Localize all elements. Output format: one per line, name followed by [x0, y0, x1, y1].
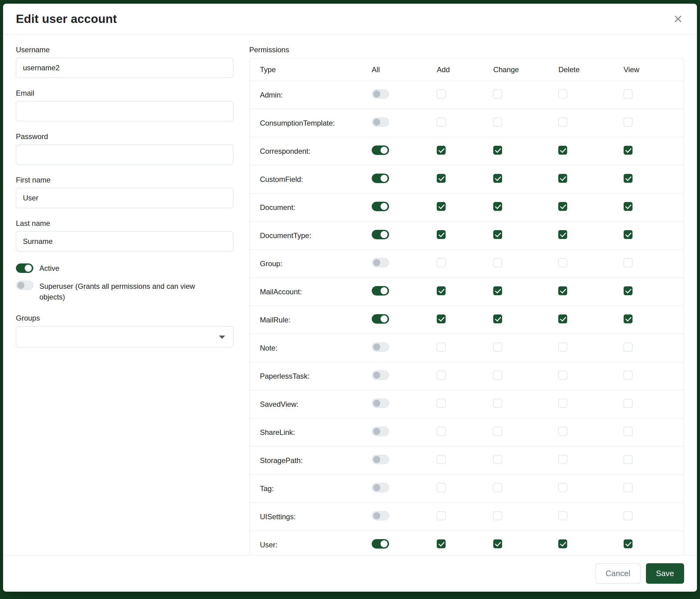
- permission-view-checkbox[interactable]: [624, 118, 632, 126]
- permission-row: Admin:: [250, 81, 684, 109]
- permission-row: SavedView:: [250, 390, 684, 418]
- save-button[interactable]: Save: [646, 563, 684, 584]
- permission-add-checkbox[interactable]: [437, 371, 446, 380]
- permission-all-toggle[interactable]: [372, 399, 389, 408]
- permission-delete-checkbox[interactable]: [558, 455, 567, 464]
- username-input[interactable]: [16, 58, 233, 78]
- permission-view-checkbox[interactable]: [624, 540, 632, 548]
- permission-all-toggle[interactable]: [372, 286, 389, 295]
- permission-view-checkbox[interactable]: [624, 146, 632, 154]
- permission-delete-checkbox[interactable]: [558, 118, 567, 126]
- permission-change-checkbox[interactable]: [493, 399, 502, 408]
- permission-delete-checkbox[interactable]: [558, 174, 567, 183]
- permission-all-toggle[interactable]: [372, 511, 389, 521]
- permission-view-checkbox[interactable]: [624, 511, 632, 520]
- permission-view-checkbox[interactable]: [624, 399, 632, 408]
- permission-all-toggle[interactable]: [372, 342, 389, 352]
- permission-change-checkbox[interactable]: [493, 258, 502, 267]
- password-field[interactable]: [16, 145, 233, 165]
- permission-delete-checkbox[interactable]: [558, 399, 567, 408]
- permission-view-checkbox[interactable]: [624, 230, 632, 239]
- permission-delete-checkbox[interactable]: [558, 230, 567, 239]
- permission-all-toggle[interactable]: [372, 483, 389, 492]
- permission-all-toggle[interactable]: [372, 117, 389, 127]
- permission-add-checkbox[interactable]: [437, 511, 446, 520]
- permission-all-toggle[interactable]: [372, 314, 389, 324]
- permission-all-toggle[interactable]: [372, 145, 389, 155]
- permission-all-toggle[interactable]: [372, 370, 389, 380]
- active-toggle[interactable]: [16, 263, 33, 273]
- permission-view-checkbox[interactable]: [624, 455, 632, 464]
- permission-change-checkbox[interactable]: [493, 427, 502, 436]
- permission-all-toggle[interactable]: [372, 427, 389, 436]
- permission-change-checkbox[interactable]: [493, 511, 502, 520]
- permission-all-toggle[interactable]: [372, 539, 389, 549]
- permission-change-checkbox[interactable]: [493, 90, 502, 98]
- permission-view-checkbox[interactable]: [624, 483, 632, 492]
- permission-add-checkbox[interactable]: [437, 314, 446, 324]
- permission-add-checkbox[interactable]: [437, 230, 446, 239]
- permission-delete-checkbox[interactable]: [558, 286, 567, 295]
- permission-delete-checkbox[interactable]: [558, 90, 567, 98]
- permission-change-checkbox[interactable]: [493, 371, 502, 380]
- permission-delete-checkbox[interactable]: [558, 258, 567, 267]
- permission-all-toggle[interactable]: [372, 202, 389, 211]
- permission-change-checkbox[interactable]: [493, 483, 502, 492]
- permission-view-checkbox[interactable]: [624, 174, 632, 183]
- permission-delete-checkbox[interactable]: [558, 483, 567, 492]
- permission-change-checkbox[interactable]: [493, 314, 502, 324]
- first-name-field[interactable]: [16, 188, 233, 208]
- cancel-button[interactable]: Cancel: [596, 563, 641, 584]
- permission-add-checkbox[interactable]: [437, 118, 446, 126]
- permission-view-checkbox[interactable]: [624, 427, 632, 436]
- permission-add-checkbox[interactable]: [437, 427, 446, 436]
- permission-change-checkbox[interactable]: [493, 146, 502, 154]
- permission-add-checkbox[interactable]: [437, 90, 446, 98]
- email-field[interactable]: [16, 101, 233, 121]
- permission-delete-checkbox[interactable]: [558, 314, 567, 324]
- permission-add-checkbox[interactable]: [437, 342, 446, 352]
- permission-all-toggle[interactable]: [372, 258, 389, 267]
- permission-add-checkbox[interactable]: [437, 146, 446, 154]
- permission-view-checkbox[interactable]: [624, 202, 632, 211]
- permission-add-checkbox[interactable]: [437, 258, 446, 267]
- last-name-field[interactable]: [16, 231, 233, 251]
- permission-view-checkbox[interactable]: [624, 314, 632, 324]
- permission-view-checkbox[interactable]: [624, 342, 632, 352]
- permission-view-checkbox[interactable]: [624, 258, 632, 267]
- permission-all-toggle[interactable]: [372, 89, 389, 99]
- permission-add-checkbox[interactable]: [437, 202, 446, 211]
- permission-change-checkbox[interactable]: [493, 540, 502, 548]
- permission-row: UISettings:: [250, 503, 684, 531]
- permission-view-checkbox[interactable]: [624, 371, 632, 380]
- permission-change-checkbox[interactable]: [493, 455, 502, 464]
- close-icon[interactable]: ×: [672, 11, 684, 26]
- permission-change-checkbox[interactable]: [493, 286, 502, 295]
- groups-select[interactable]: [16, 326, 233, 348]
- permission-delete-checkbox[interactable]: [558, 202, 567, 211]
- permission-delete-checkbox[interactable]: [558, 427, 567, 436]
- permission-add-checkbox[interactable]: [437, 455, 446, 464]
- permission-change-checkbox[interactable]: [493, 230, 502, 239]
- permission-delete-checkbox[interactable]: [558, 511, 567, 520]
- permission-add-checkbox[interactable]: [437, 483, 446, 492]
- permission-view-checkbox[interactable]: [624, 286, 632, 295]
- permission-all-toggle[interactable]: [372, 230, 389, 239]
- permission-change-checkbox[interactable]: [493, 342, 502, 352]
- permission-delete-checkbox[interactable]: [558, 146, 567, 154]
- permission-delete-checkbox[interactable]: [558, 342, 567, 352]
- permission-change-checkbox[interactable]: [493, 174, 502, 183]
- permission-all-toggle[interactable]: [372, 455, 389, 464]
- permission-change-checkbox[interactable]: [493, 118, 502, 126]
- permission-add-checkbox[interactable]: [437, 174, 446, 183]
- permission-view-checkbox[interactable]: [624, 90, 632, 98]
- superuser-toggle[interactable]: [16, 281, 33, 290]
- permission-change-checkbox[interactable]: [493, 202, 502, 211]
- permission-add-checkbox[interactable]: [437, 540, 446, 548]
- permission-add-checkbox[interactable]: [437, 399, 446, 408]
- permission-add-checkbox[interactable]: [437, 286, 446, 295]
- permission-delete-checkbox[interactable]: [558, 540, 567, 548]
- permission-type-label: PaperlessTask:: [260, 372, 310, 380]
- permission-delete-checkbox[interactable]: [558, 371, 567, 380]
- permission-all-toggle[interactable]: [372, 174, 389, 183]
